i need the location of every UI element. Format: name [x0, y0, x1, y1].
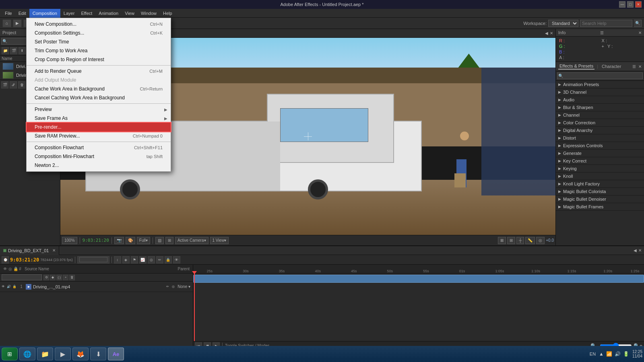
taskbar-firefox-button[interactable]: 🦊 [72, 348, 89, 360]
timeline-expand-btn[interactable]: ✕ [638, 248, 642, 253]
lc-add[interactable]: + [63, 275, 68, 280]
effect-category-animation-presets[interactable]: ▶Animation Presets [556, 81, 644, 88]
timeline-tab-close[interactable]: ✕ [52, 248, 56, 253]
project-new-folder-btn[interactable]: 📁 [2, 47, 9, 54]
guide-btn[interactable]: ┼ [516, 237, 524, 244]
comp-collapse-btn[interactable]: ◀ [545, 31, 548, 35]
taskbar-explorer-button[interactable]: 📁 [37, 348, 53, 360]
effect-category-expression-controls[interactable]: ▶Expression Controls [556, 142, 644, 150]
layer-switch-2[interactable]: ◎ [170, 284, 176, 290]
camera-selector[interactable]: Active Camera ▾ [175, 237, 208, 244]
layer-row-1[interactable]: 👁 🔊 🔒 1 ▶ Driving_..._01.mp4 ✏ ◎ None ▾ [0, 282, 193, 292]
effects-options[interactable]: ☰ [632, 64, 636, 69]
menu-help[interactable]: Help [160, 9, 175, 18]
tl-btn-solo[interactable]: ◈ [122, 256, 130, 263]
timeline-collapse-btn[interactable]: ◀ [634, 248, 637, 253]
maximize-button[interactable]: □ [627, 1, 634, 8]
effect-category-color-correction[interactable]: ▶Color Correction [556, 119, 644, 127]
project-footer-btn1[interactable]: 🎬 [1, 81, 8, 88]
effect-category-audio[interactable]: ▶Audio [556, 96, 644, 104]
transparency-btn[interactable]: ▥ [155, 237, 164, 244]
menu-view[interactable]: View [122, 9, 138, 18]
effect-category-3d-channel[interactable]: ▶3D Channel [556, 88, 644, 96]
menu-item-comp-flowchart[interactable]: Composition FlowchartCtrl+Shift+F11 [27, 143, 171, 152]
effects-tab[interactable]: Effects & Presets [558, 63, 594, 70]
workspace-select[interactable]: Standard [548, 20, 578, 27]
lc-expressions[interactable]: { } [56, 275, 62, 280]
menu-item-trim-comp[interactable]: Trim Comp to Work Area [27, 46, 171, 55]
menu-effect[interactable]: Effect [78, 9, 95, 18]
tl-search-btn[interactable] [77, 256, 109, 263]
color-picker-btn[interactable]: 🎨 [126, 237, 135, 244]
safe-zones-btn[interactable]: ⊠ [498, 237, 506, 244]
track-clip-1[interactable] [193, 275, 644, 283]
taskbar-start-button[interactable]: ⊞ [2, 348, 18, 360]
taskbar-clock[interactable]: 12:25 11/04 [632, 350, 642, 358]
lc-del[interactable]: 🗑 [69, 275, 75, 280]
taskbar-downloader-button[interactable]: ⬇ [90, 348, 106, 360]
menu-layer[interactable]: Layer [60, 9, 78, 18]
menu-composition[interactable]: Composition [29, 9, 60, 18]
tl-btn-motion-blur[interactable]: ◎ [148, 256, 155, 263]
lc-switches[interactable]: ⚙ [43, 275, 49, 280]
minimize-button[interactable]: — [619, 1, 625, 8]
taskbar-media-button[interactable]: ▶ [55, 348, 71, 360]
effect-category-digital-anarchy[interactable]: ▶Digital Anarchy [556, 127, 644, 134]
toolbar-home[interactable]: ⌂ [2, 19, 11, 27]
motion-blur-btn[interactable]: ◎ [536, 237, 545, 244]
tl-btn-graph[interactable]: 📈 [139, 256, 147, 263]
zoom-display[interactable]: 100% [62, 237, 77, 244]
effect-category-channel[interactable]: ▶Channel [556, 111, 644, 119]
effect-category-key-correct[interactable]: ▶Key Correct [556, 157, 644, 165]
close-button[interactable]: ✕ [635, 1, 642, 8]
search-help-input[interactable] [580, 20, 632, 27]
menu-item-crop-comp[interactable]: Crop Comp to Region of Interest [27, 55, 171, 64]
menu-item-newton2[interactable]: Newton 2... [27, 161, 171, 170]
effects-close[interactable]: ✕ [638, 64, 642, 69]
menu-item-comp-mini[interactable]: Composition Mini-Flowcharttap Shift [27, 152, 171, 161]
menu-item-cancel-cache[interactable]: Cancel Caching Work Area in Background [27, 93, 171, 102]
effects-search-input[interactable] [557, 72, 643, 79]
tl-btn-shy[interactable]: 👁 [173, 256, 180, 263]
effect-category-magic-bullet-colorista[interactable]: ▶Magic Bullet Colorista [556, 188, 644, 195]
effect-category-generate[interactable]: ▶Generate [556, 150, 644, 157]
info-panel-options[interactable]: ☰ [600, 31, 604, 35]
menu-edit[interactable]: Edit [15, 9, 29, 18]
effect-category-distort[interactable]: ▶Distort [556, 134, 644, 142]
camera-snap-btn[interactable]: 📷 [114, 237, 124, 244]
menu-file[interactable]: File [2, 9, 15, 18]
effect-category-magic-bullet-frames[interactable]: ▶Magic Bullet Frames [556, 203, 644, 211]
effect-category-knoll[interactable]: ▶Knoll [556, 173, 644, 180]
menu-item-save-frame-as[interactable]: Save Frame As▶ [27, 114, 171, 123]
toolbar-play[interactable]: ▶ [13, 19, 22, 27]
effect-category-knoll-light-factory[interactable]: ▶Knoll Light Factory [556, 180, 644, 188]
layer-mode-1[interactable]: None ▾ [176, 284, 192, 289]
quality-selector[interactable]: Full ▾ [137, 237, 150, 244]
tl-btn-markers[interactable]: ⚑ [131, 256, 138, 263]
menu-item-pre-render[interactable]: Pre-render... [27, 123, 171, 132]
effect-category-magic-bullet-denoiser[interactable]: ▶Magic Bullet Denoiser [556, 195, 644, 203]
ruler-btn[interactable]: 📏 [525, 237, 535, 244]
pixel-ratio-btn[interactable]: ⊞ [165, 237, 173, 244]
layer-audio-icon[interactable]: 🔊 [6, 284, 11, 289]
menu-item-add-render[interactable]: Add to Render QueueCtrl+M [27, 67, 171, 76]
layer-solo-icon[interactable]: 👁 [1, 284, 6, 289]
taskbar-arrow-up[interactable]: ▲ [599, 351, 604, 357]
project-footer-btn3[interactable]: 🗑 [18, 81, 25, 88]
project-footer-btn2[interactable]: 🖇 [10, 81, 17, 88]
timeline-btn-current[interactable]: ⌚ [2, 256, 9, 263]
menu-item-set-poster[interactable]: Set Poster Time [27, 37, 171, 46]
menu-item-cache-work[interactable]: Cache Work Area in BackgroundCtrl+Return [27, 84, 171, 93]
layer-switch-1[interactable]: ✏ [165, 284, 170, 290]
tl-btn-expand[interactable]: ↕ [114, 256, 121, 263]
menu-animation[interactable]: Animation [95, 9, 122, 18]
grid-btn[interactable]: ⊞ [507, 237, 515, 244]
effect-category-blur-sharpen[interactable]: ▶Blur & Sharpen [556, 104, 644, 111]
taskbar-ae-button[interactable]: Ae [108, 348, 124, 360]
layer-search-input[interactable] [2, 274, 42, 280]
effect-category-keying[interactable]: ▶Keying [556, 165, 644, 173]
menu-item-save-ram[interactable]: Save RAM Preview...Ctrl+Numpad 0 [27, 132, 171, 140]
info-panel-close[interactable]: ✕ [638, 31, 642, 35]
project-import-btn[interactable]: ⬆ [19, 47, 26, 54]
taskbar-ie-button[interactable]: 🌐 [19, 348, 35, 360]
